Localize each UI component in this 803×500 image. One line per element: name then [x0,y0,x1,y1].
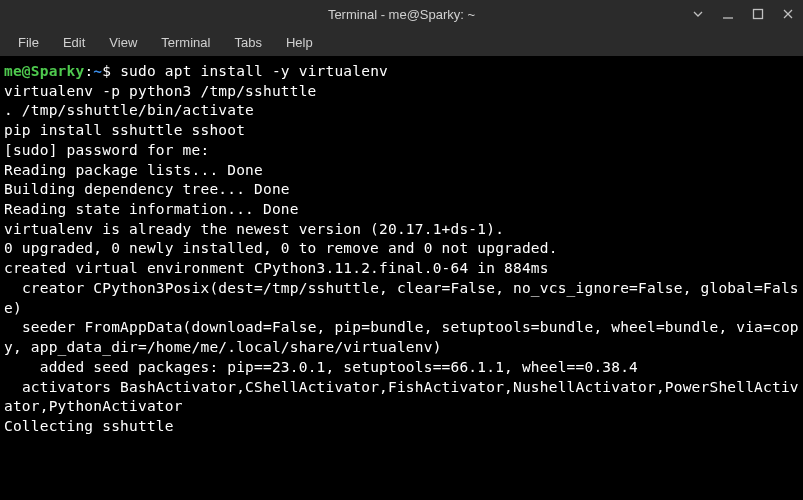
prompt-path: ~ [93,63,102,79]
output-line: creator CPython3Posix(dest=/tmp/sshuttle… [4,279,799,318]
collapse-icon[interactable] [691,7,705,21]
output-line: seeder FromAppData(download=False, pip=b… [4,318,799,357]
window-title: Terminal - me@Sparky: ~ [328,7,475,22]
window-controls [691,0,795,28]
output-line: virtualenv is already the newest version… [4,220,799,240]
terminal-output[interactable]: me@Sparky:~$ sudo apt install -y virtual… [0,56,803,500]
titlebar: Terminal - me@Sparky: ~ [0,0,803,28]
menu-terminal[interactable]: Terminal [151,31,220,54]
output-line: [sudo] password for me: [4,141,799,161]
output-line: Collecting sshuttle [4,417,799,437]
output-line: created virtual environment CPython3.11.… [4,259,799,279]
command-line-1: sudo apt install -y virtualenv [120,63,388,79]
maximize-icon[interactable] [751,7,765,21]
menu-tabs[interactable]: Tabs [224,31,271,54]
command-line-2: virtualenv -p python3 /tmp/sshuttle [4,82,799,102]
command-line-3: . /tmp/sshuttle/bin/activate [4,101,799,121]
prompt-dollar: $ [102,63,120,79]
menu-view[interactable]: View [99,31,147,54]
output-line: 0 upgraded, 0 newly installed, 0 to remo… [4,239,799,259]
output-line: Reading package lists... Done [4,161,799,181]
menu-file[interactable]: File [8,31,49,54]
menu-help[interactable]: Help [276,31,323,54]
command-line-4: pip install sshuttle sshoot [4,121,799,141]
prompt-userhost: me@Sparky [4,63,84,79]
output-line: Building dependency tree... Done [4,180,799,200]
minimize-icon[interactable] [721,7,735,21]
prompt-colon: : [84,63,93,79]
close-icon[interactable] [781,7,795,21]
menu-edit[interactable]: Edit [53,31,95,54]
menubar: File Edit View Terminal Tabs Help [0,28,803,56]
output-line: Reading state information... Done [4,200,799,220]
output-line: activators BashActivator,CShellActivator… [4,378,799,417]
output-line: added seed packages: pip==23.0.1, setupt… [4,358,799,378]
svg-rect-1 [754,10,763,19]
